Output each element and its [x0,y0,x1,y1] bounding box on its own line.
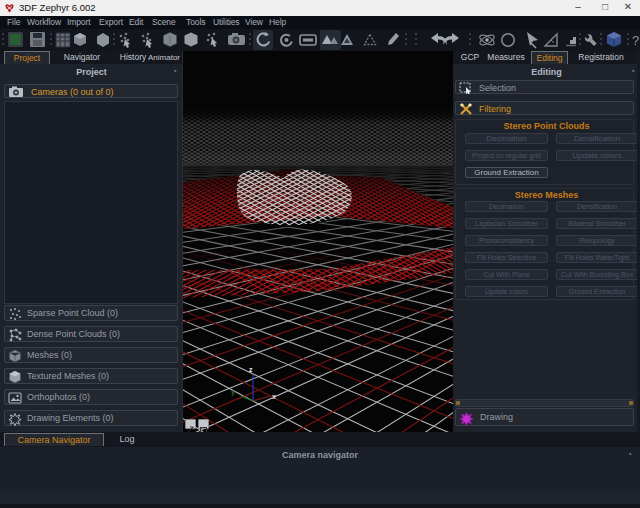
svg-text:y: y [231,388,235,396]
svg-text:x: x [272,393,276,400]
svg-text:z: z [249,366,253,373]
svg-text:?: ? [632,33,639,48]
